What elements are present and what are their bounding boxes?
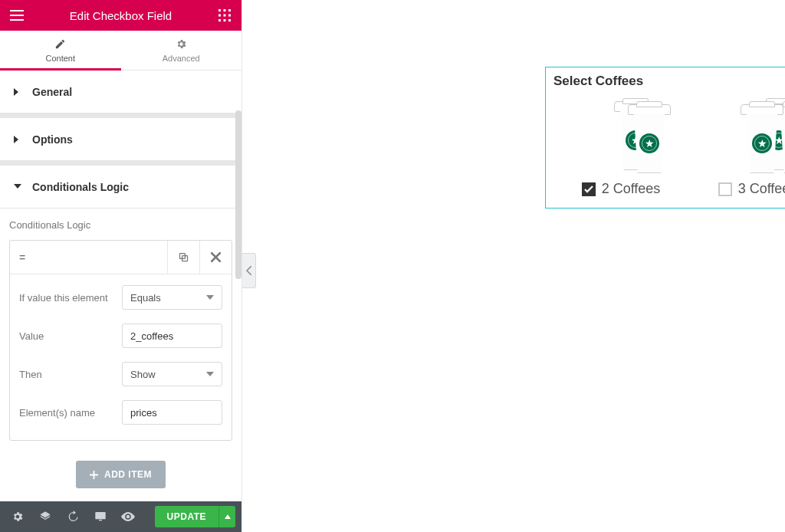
conditionals-body: Conditionals Logic = If value this bbox=[0, 209, 241, 501]
svg-rect-6 bbox=[218, 19, 221, 21]
then-action-value: Show bbox=[130, 369, 156, 380]
tab-content-label: Content bbox=[45, 54, 75, 63]
eye-icon bbox=[121, 512, 135, 521]
section-general-label: General bbox=[32, 86, 72, 98]
duplicate-button[interactable] bbox=[167, 241, 199, 274]
elements-label: Element(s) name bbox=[19, 407, 116, 419]
option-label: 2 Coffees bbox=[602, 181, 661, 197]
chevron-down-icon bbox=[206, 295, 214, 300]
close-icon bbox=[211, 252, 221, 262]
svg-rect-3 bbox=[218, 15, 221, 17]
apps-button[interactable] bbox=[214, 5, 235, 26]
elements-input[interactable] bbox=[122, 400, 222, 425]
value-input[interactable] bbox=[122, 323, 222, 348]
editor-sidebar: Edit Checkbox Field Content Advanced bbox=[0, 0, 242, 532]
hamburger-icon bbox=[10, 10, 24, 21]
tab-advanced[interactable]: Advanced bbox=[121, 31, 242, 70]
scrollbar-thumb[interactable] bbox=[235, 110, 241, 279]
value-label: Value bbox=[19, 330, 116, 342]
svg-rect-2 bbox=[228, 9, 231, 11]
svg-rect-7 bbox=[224, 19, 226, 21]
checkbox-icon[interactable] bbox=[582, 182, 596, 196]
if-operator-select[interactable]: Equals bbox=[122, 285, 222, 310]
chevron-left-icon bbox=[246, 266, 251, 275]
plus-icon bbox=[90, 471, 98, 479]
checkbox-option[interactable]: ★★ 2 Coffees bbox=[557, 98, 685, 197]
svg-rect-0 bbox=[218, 9, 221, 11]
gear-icon bbox=[176, 38, 187, 52]
section-options[interactable]: Options bbox=[0, 118, 241, 161]
scrollbar[interactable] bbox=[235, 101, 241, 471]
section-options-label: Options bbox=[32, 133, 73, 146]
monitor-icon bbox=[94, 511, 107, 523]
layers-icon bbox=[39, 511, 51, 523]
tab-advanced-label: Advanced bbox=[163, 54, 200, 63]
option-label: 3 Coffees bbox=[738, 181, 785, 197]
caret-down-icon bbox=[14, 184, 21, 190]
editor-title: Edit Checkbox Field bbox=[70, 9, 172, 22]
svg-rect-1 bbox=[224, 9, 226, 11]
checkbox-option[interactable]: ★★★ 3 Coffees bbox=[693, 98, 785, 197]
if-label: If value this element bbox=[19, 292, 116, 304]
copy-icon bbox=[178, 251, 189, 263]
update-label: UPDATE bbox=[167, 511, 206, 522]
preview-area: Select Coffees ★★ 2 Coffees ★★★ 3 Coffee… bbox=[242, 0, 785, 532]
svg-rect-5 bbox=[228, 15, 231, 17]
add-item-button[interactable]: ADD ITEM bbox=[76, 461, 166, 488]
navigator-button[interactable] bbox=[32, 501, 58, 532]
preview-button[interactable] bbox=[115, 501, 141, 532]
editor-tabs: Content Advanced bbox=[0, 31, 241, 71]
widget-title: Select Coffees bbox=[553, 74, 785, 89]
pencil-icon bbox=[54, 38, 66, 52]
chevron-down-icon bbox=[206, 372, 214, 376]
panel-scroll: General Options Conditionals Logic Condi… bbox=[0, 71, 241, 501]
responsive-button[interactable] bbox=[87, 501, 113, 532]
collapse-sidebar-button[interactable] bbox=[242, 253, 256, 288]
add-item-label: ADD ITEM bbox=[104, 469, 152, 480]
update-button[interactable]: UPDATE bbox=[155, 506, 218, 527]
then-label: Then bbox=[19, 369, 116, 380]
if-operator-value: Equals bbox=[130, 292, 161, 304]
history-button[interactable] bbox=[60, 501, 86, 532]
svg-rect-8 bbox=[228, 19, 231, 21]
tab-content[interactable]: Content bbox=[0, 31, 121, 70]
history-icon bbox=[67, 511, 79, 523]
section-conditionals[interactable]: Conditionals Logic bbox=[0, 166, 241, 209]
apps-grid-icon bbox=[218, 9, 231, 21]
conditionals-subtitle: Conditionals Logic bbox=[9, 219, 232, 231]
update-options-button[interactable] bbox=[218, 506, 235, 527]
then-action-select[interactable]: Show bbox=[122, 362, 222, 386]
checkbox-field-widget[interactable]: Select Coffees ★★ 2 Coffees ★★★ 3 Coffee… bbox=[545, 67, 785, 209]
svg-rect-4 bbox=[224, 15, 226, 17]
menu-button[interactable] bbox=[6, 5, 28, 26]
conditional-item-header[interactable]: = bbox=[10, 241, 232, 274]
settings-button[interactable] bbox=[5, 501, 31, 532]
caret-right-icon bbox=[14, 136, 21, 143]
section-general[interactable]: General bbox=[0, 71, 241, 113]
section-conditionals-label: Conditionals Logic bbox=[32, 181, 129, 193]
caret-right-icon bbox=[14, 88, 21, 96]
conditional-item: = If value this element bbox=[9, 240, 232, 441]
caret-up-icon bbox=[225, 514, 231, 519]
remove-button[interactable] bbox=[199, 241, 232, 274]
conditional-item-name: = bbox=[10, 251, 167, 264]
editor-bottombar: UPDATE bbox=[0, 501, 241, 532]
gear-icon bbox=[11, 511, 24, 523]
checkbox-icon[interactable] bbox=[718, 182, 732, 196]
editor-topbar: Edit Checkbox Field bbox=[0, 0, 241, 31]
